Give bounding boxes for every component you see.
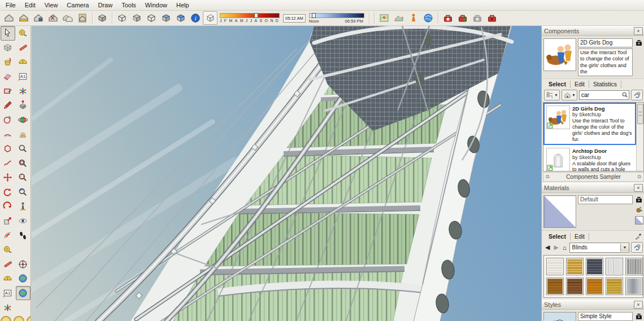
forward-icon[interactable]: ▶: [552, 244, 559, 251]
material-swatch-blinds-amber[interactable]: [586, 278, 603, 295]
rotate-tool-icon[interactable]: [1, 185, 15, 200]
polygon-tool-icon[interactable]: [1, 142, 15, 156]
toggle-terrain-view-tool-icon[interactable]: [16, 286, 31, 301]
freehand-tool-icon[interactable]: [1, 156, 15, 170]
make-component-tool-icon[interactable]: [1, 41, 15, 55]
new-icon[interactable]: [2, 11, 16, 25]
menu-tools[interactable]: Tools: [117, 1, 141, 10]
menu-file[interactable]: File: [1, 1, 20, 10]
orbit-tool-icon[interactable]: [16, 113, 31, 127]
month-slider-handle[interactable]: [254, 13, 258, 18]
materials-title-bar[interactable]: Materials ×: [542, 183, 644, 193]
tab-select[interactable]: Select: [545, 81, 571, 88]
move-tool-icon[interactable]: [1, 170, 15, 185]
toggle-terrain-icon[interactable]: [391, 11, 406, 25]
menu-help[interactable]: Help: [172, 1, 194, 10]
material-swatch-blinds-yellow[interactable]: [606, 278, 623, 295]
protractor-tool-icon[interactable]: [1, 271, 15, 286]
secondary-pane-icon[interactable]: [635, 39, 643, 47]
copy-icon[interactable]: [60, 11, 75, 25]
xray-icon[interactable]: [115, 11, 129, 25]
collections-dropdown[interactable]: Blinds ▼: [569, 243, 629, 253]
home-icon[interactable]: ⌂: [562, 244, 568, 251]
shadow-time-slider[interactable]: [309, 13, 364, 18]
close-icon[interactable]: ×: [634, 27, 643, 35]
photo-textures-icon[interactable]: [406, 11, 421, 25]
3d-model-rendering[interactable]: [32, 26, 541, 321]
protractor-tool-icon[interactable]: [16, 55, 31, 69]
material-swatch-blinds-rust[interactable]: [566, 278, 584, 295]
tab-statistics[interactable]: Statistics: [589, 81, 621, 88]
in-model-navigate-icon[interactable]: [631, 90, 643, 100]
styles-title-bar[interactable]: Styles ×: [542, 300, 644, 310]
style-name-field[interactable]: Simple Style: [578, 312, 633, 321]
close-icon[interactable]: ×: [634, 184, 643, 192]
toggle-shadows-icon[interactable]: [203, 11, 217, 25]
view-options-button[interactable]: ▼: [544, 90, 560, 100]
material-swatch-blinds-gray[interactable]: [625, 258, 643, 275]
component-list-item[interactable]: Archtop Doorby SketchUpA scalable door t…: [543, 145, 636, 171]
material-swatch-blinds-silver[interactable]: [625, 278, 643, 295]
menu-edit[interactable]: Edit: [20, 1, 40, 10]
add-location-icon[interactable]: [377, 11, 391, 25]
close-icon[interactable]: ×: [634, 301, 643, 309]
menu-view[interactable]: View: [40, 1, 63, 10]
component-list-item[interactable]: 2D Girls Dogby SketchUpUse the Interact …: [543, 103, 636, 145]
material-swatch-blinds-wood[interactable]: [546, 278, 564, 295]
secondary-pane-icon[interactable]: [635, 196, 643, 204]
shaded-with-textures-icon[interactable]: [173, 11, 188, 25]
3d-viewport[interactable]: [31, 26, 541, 321]
axes-tool-icon[interactable]: [1, 300, 15, 315]
material-swatch-blinds-slate[interactable]: [586, 258, 603, 275]
make-component-icon[interactable]: [95, 11, 110, 25]
palette-tool-partial-icon[interactable]: [14, 316, 24, 321]
eraser-tool-icon[interactable]: [1, 69, 15, 84]
components-title-bar[interactable]: Components ×: [542, 26, 644, 36]
text-tool-icon[interactable]: A1: [1, 286, 15, 301]
zoom-tool-icon[interactable]: [16, 142, 31, 156]
zoom-window-tool-icon[interactable]: [16, 156, 31, 170]
search-icon[interactable]: [621, 91, 629, 99]
offset-tool-icon[interactable]: [1, 228, 15, 243]
next-collection-icon[interactable]: ⧉: [636, 174, 643, 180]
cut-icon[interactable]: [46, 11, 60, 25]
material-swatch-blinds-white[interactable]: [546, 258, 564, 275]
arc-tool-icon[interactable]: [1, 127, 15, 142]
walk-tool-icon[interactable]: [16, 228, 31, 243]
circle-tool-icon[interactable]: [1, 113, 15, 127]
save-icon[interactable]: [31, 11, 46, 25]
dimension-tool-icon[interactable]: [1, 257, 15, 272]
text-tool-icon[interactable]: A1: [16, 69, 31, 84]
pan-tool-icon[interactable]: [16, 127, 31, 142]
share-model-icon[interactable]: [455, 11, 470, 25]
secondary-pane-icon[interactable]: [635, 313, 643, 320]
hidden-line-icon[interactable]: [159, 11, 173, 25]
menu-draw[interactable]: Draw: [93, 1, 117, 10]
open-icon[interactable]: [16, 11, 31, 25]
tape-measure-tool-icon[interactable]: [16, 26, 31, 41]
get-current-view-tool-icon[interactable]: [16, 271, 31, 286]
home-button[interactable]: ▼: [562, 90, 577, 100]
material-name-field[interactable]: Default: [578, 195, 633, 204]
prev-collection-icon[interactable]: ⧉: [543, 174, 551, 180]
3d-warehouse-icon[interactable]: [485, 11, 499, 25]
push-pull-tool-icon[interactable]: [16, 98, 31, 113]
select-tool-icon[interactable]: [1, 26, 15, 41]
section-plane-tool-icon[interactable]: [16, 257, 31, 272]
sample-paint-icon[interactable]: [634, 232, 642, 240]
preview-in-google-earth-icon[interactable]: [421, 11, 436, 25]
back-icon[interactable]: ◀: [544, 244, 551, 251]
shadow-month-slider[interactable]: [220, 13, 280, 18]
model-info-icon[interactable]: i: [188, 11, 203, 25]
default-material-swatch[interactable]: [635, 216, 643, 225]
previous-tool-icon[interactable]: [16, 185, 31, 200]
back-edges-icon[interactable]: [129, 11, 144, 25]
material-swatch-blinds-gold[interactable]: [566, 258, 584, 275]
chevron-down-icon[interactable]: ▼: [620, 244, 629, 252]
zoom-extents-tool-icon[interactable]: [16, 170, 31, 185]
component-name-field[interactable]: 2D Girls Dog: [578, 38, 633, 47]
create-material-icon[interactable]: [635, 206, 643, 214]
look-around-tool-icon[interactable]: [16, 214, 31, 228]
line-tool-icon[interactable]: [1, 98, 15, 113]
tape-measure-tool-icon[interactable]: [1, 243, 15, 257]
